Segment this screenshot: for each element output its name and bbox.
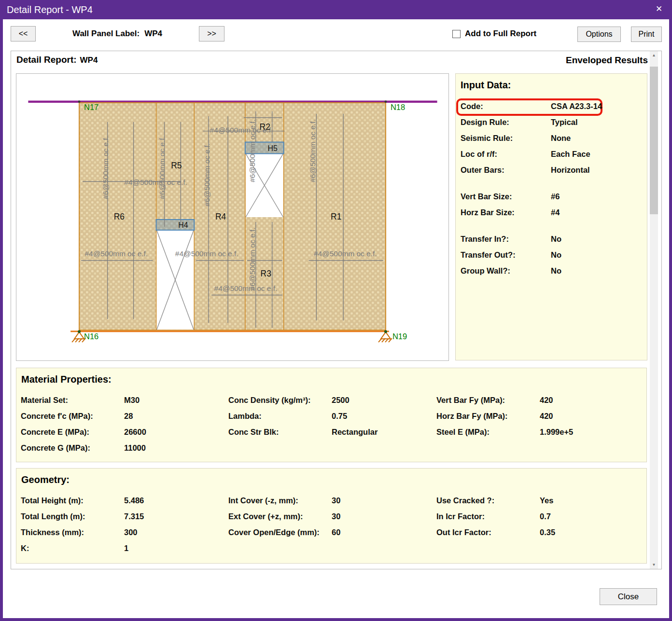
scroll-down-icon[interactable]: ▼: [650, 561, 658, 569]
header-h4: [156, 220, 195, 230]
material-col-2: Conc Density (kg/m³):2500 Lambda:0.75 Co…: [228, 368, 436, 462]
row-value: M30: [124, 396, 140, 405]
report-title-panel: WP4: [80, 55, 98, 65]
title-bar[interactable]: Detail Report - WP4 ✕: [0, 0, 672, 19]
region-label-r3: R3: [261, 269, 271, 278]
vert-rebar-note-r3: #6@500mm oc e.f.: [248, 227, 256, 290]
row-label: Out Icr Factor:: [436, 528, 491, 537]
material-col-3: Vert Bar Fy (MPa):420 Horz Bar Fy (MPa):…: [436, 368, 644, 462]
row-label: Vert Bar Fy (MPa):: [436, 396, 505, 405]
close-icon[interactable]: ✕: [652, 0, 666, 19]
add-to-full-report-label: Add to Full Report: [465, 29, 536, 39]
region-label-r4: R4: [215, 212, 226, 221]
row-label: Concrete f'c (MPa):: [21, 412, 93, 421]
row-value: 30: [332, 496, 340, 505]
row-label: Conc Str Blk:: [228, 428, 279, 437]
row-value: #4: [551, 208, 560, 217]
row-value: 7.315: [124, 512, 144, 521]
row-label: Concrete E (MPa):: [21, 428, 89, 437]
row-label: Design Rule:: [461, 118, 509, 127]
header-label-h4: H4: [178, 221, 188, 229]
row-value: 5.486: [124, 496, 144, 505]
material-col-1: Material Set:M30 Concrete f'c (MPa):28 C…: [21, 368, 228, 462]
row-label: Total Length (m):: [21, 512, 85, 521]
row-value: 0.75: [332, 412, 347, 421]
row-label: Concrete G (MPa):: [21, 443, 90, 453]
input-data-panel: Input Data: Code:CSA A23.3-14 Design Rul…: [455, 73, 647, 360]
wall-panel-diagram: #6@500mm oc e.f. #6@500mm oc e.f. #6@500…: [16, 74, 448, 360]
row-value: 300: [124, 528, 138, 537]
row-value: 420: [540, 412, 553, 421]
report-scrollbar[interactable]: ▲ ▼: [650, 51, 658, 569]
wall-panel-label: Wall Panel Label:WP4: [72, 29, 162, 39]
print-button[interactable]: Print: [631, 27, 662, 42]
report-title: Detail Report:WP4: [16, 55, 98, 65]
scroll-up-icon[interactable]: ▲: [650, 51, 658, 59]
wall-panel-label-text: Wall Panel Label:: [72, 29, 140, 38]
region-label-r6: R6: [114, 212, 125, 221]
wall-panel-name: WP4: [144, 29, 162, 38]
options-button[interactable]: Options: [577, 27, 621, 42]
row-value: No: [551, 266, 561, 276]
row-label: Material Set:: [21, 396, 68, 405]
row-label: Code:: [461, 102, 483, 111]
row-label: Thickness (mm):: [21, 528, 84, 537]
row-label: Lambda:: [228, 412, 262, 421]
enveloped-results-label: Enveloped Results: [566, 55, 648, 66]
support-n16: [72, 332, 85, 342]
row-label: Outer Bars:: [461, 166, 504, 175]
detail-report-dialog: Detail Report - WP4 ✕ << Wall Panel Labe…: [0, 0, 672, 621]
prev-panel-button[interactable]: <<: [11, 26, 36, 41]
row-value: 1: [124, 544, 128, 553]
vert-rebar-note-r5: #6@500mm oc e.f.: [158, 136, 166, 199]
node-label-n18: N18: [391, 103, 405, 111]
window-border-bottom: [0, 618, 672, 621]
add-to-full-report-checkbox[interactable]: [452, 30, 461, 38]
report-title-text: Detail Report:: [16, 55, 77, 65]
wall-panel-diagram-box: #6@500mm oc e.f. #6@500mm oc e.f. #6@500…: [16, 73, 449, 361]
window-border-left: [0, 19, 3, 621]
row-label: Group Wall?:: [461, 266, 510, 276]
row-value: 420: [540, 396, 553, 405]
material-properties-panel: Material Properties: Material Set:M30 Co…: [16, 368, 647, 462]
row-value: Horizontal: [551, 166, 590, 175]
row-label: Use Cracked ?:: [436, 496, 494, 505]
row-label: Vert Bar Size:: [461, 192, 512, 201]
row-label: Seismic Rule:: [461, 134, 513, 143]
row-label: Conc Density (kg/m³):: [228, 396, 311, 405]
row-label: Loc of r/f:: [461, 150, 497, 159]
row-value: 1.999e+5: [540, 428, 573, 437]
row-label: Total Height (m):: [21, 496, 84, 505]
node-dot-n19: [384, 330, 387, 333]
geometry-col-1: Total Height (m):5.486 Total Length (m):…: [21, 469, 228, 563]
row-label: K:: [21, 544, 29, 553]
node-dot-n17: [78, 100, 81, 103]
geometry-panel: Geometry: Total Height (m):5.486 Total L…: [16, 468, 647, 564]
row-value: 26600: [124, 428, 146, 437]
row-value: 2500: [332, 396, 350, 405]
row-label: Cover Open/Edge (mm):: [228, 528, 320, 537]
node-label-n16: N16: [84, 332, 98, 341]
horz-rebar-note-1: #4@500mm oc e.f.: [124, 178, 187, 186]
row-value: Rectangular: [332, 428, 378, 437]
row-label: In Icr Factor:: [436, 512, 485, 521]
row-value: 60: [332, 528, 340, 537]
vert-rebar-note-r4: #6@500mm oc e.f.: [203, 143, 211, 207]
close-button[interactable]: Close: [600, 588, 657, 605]
vert-rebar-note-r6: #6@500mm oc e.f.: [101, 136, 110, 199]
row-value: Yes: [540, 496, 553, 505]
horz-rebar-note-3: #4@500mm oc e.f.: [84, 249, 148, 258]
row-value: No: [551, 235, 561, 244]
next-panel-button[interactable]: >>: [199, 26, 224, 41]
row-value: 30: [332, 512, 340, 521]
row-value: 11000: [124, 443, 146, 453]
row-label: Transfer Out?:: [461, 250, 516, 260]
horz-rebar-note-5: #4@500mm oc e.f.: [314, 249, 377, 258]
window-title: Detail Report - WP4: [7, 0, 93, 19]
scrollbar-thumb[interactable]: [650, 67, 658, 214]
row-value: 0.35: [540, 528, 555, 537]
support-n19: [378, 332, 392, 342]
region-label-r1: R1: [331, 212, 341, 221]
row-value: Typical: [551, 118, 578, 127]
header-label-h5: H5: [268, 144, 278, 152]
